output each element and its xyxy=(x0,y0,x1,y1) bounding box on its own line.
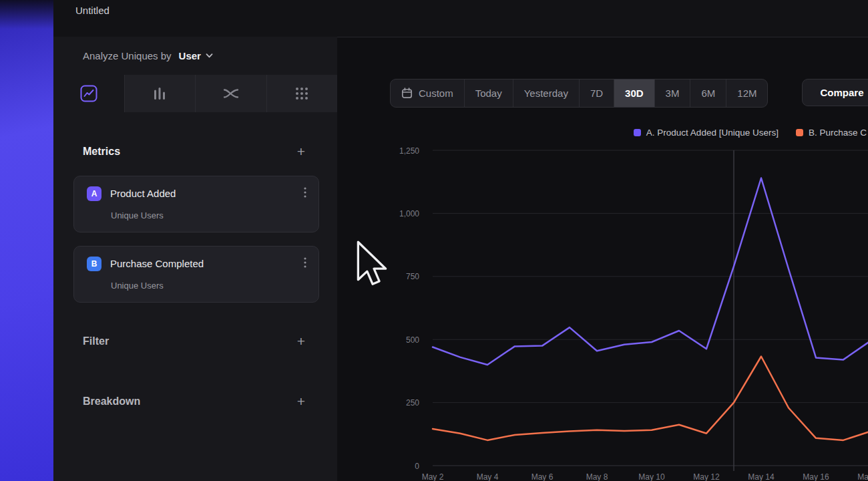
metric-badge-b: B xyxy=(87,257,101,271)
app-window: Untitled Analyze Uniques by User xyxy=(53,0,868,481)
metrics-heading: Metrics xyxy=(83,146,120,158)
y-tick-label: 1,000 xyxy=(399,209,419,218)
filter-section-header: Filter + xyxy=(53,334,337,349)
screen: Untitled Analyze Uniques by User xyxy=(0,0,868,481)
chart-svg[interactable]: 02505007501,0001,250May 2May 4May 6May 8… xyxy=(337,141,868,481)
range-label: Custom xyxy=(419,88,453,99)
x-tick-label: May 8 xyxy=(586,472,608,481)
metric-subtitle-b[interactable]: Unique Users xyxy=(74,281,318,291)
metric-title-b: Purchase Completed xyxy=(110,258,204,269)
metric-subtitle-a[interactable]: Unique Users xyxy=(74,210,318,220)
tab-bar-chart[interactable] xyxy=(125,75,196,112)
breakdown-heading: Breakdown xyxy=(83,395,140,408)
range-label: 3M xyxy=(666,88,680,99)
metric-options-button-a[interactable] xyxy=(301,186,309,201)
line-chart-icon xyxy=(80,85,97,102)
range-7d-button[interactable]: 7D xyxy=(580,79,614,107)
flow-icon xyxy=(223,87,239,100)
tab-line-chart[interactable] xyxy=(53,75,125,112)
kebab-icon xyxy=(304,257,306,268)
filter-heading: Filter xyxy=(83,335,109,347)
range-label: Yesterday xyxy=(524,88,568,99)
breakdown-section-header: Breakdown + xyxy=(53,394,337,409)
legend-swatch-a xyxy=(634,129,641,136)
query-sidebar: Analyze Uniques by User xyxy=(53,37,337,481)
series-line xyxy=(433,357,868,440)
metric-card-row: B Purchase Completed xyxy=(74,247,318,271)
date-range-selector: Custom Today Yesterday 7D 30D 3M 6M 12M xyxy=(390,79,768,108)
bar-chart-icon xyxy=(152,86,167,101)
x-tick-label: May 16 xyxy=(803,472,829,481)
y-tick-label: 750 xyxy=(406,272,419,281)
range-12m-button[interactable]: 12M xyxy=(726,79,767,107)
metric-options-button-b[interactable] xyxy=(301,256,309,271)
x-tick-label: May 10 xyxy=(638,472,665,481)
x-tick-label: May 4 xyxy=(477,472,499,481)
legend-swatch-b xyxy=(796,129,803,136)
analyze-by-dropdown[interactable]: User xyxy=(178,47,214,64)
analyze-by-row: Analyze Uniques by User xyxy=(53,37,337,75)
report-title[interactable]: Untitled xyxy=(75,5,110,16)
range-label: 6M xyxy=(701,88,715,99)
kebab-icon xyxy=(304,187,306,198)
range-custom-button[interactable]: Custom xyxy=(391,79,465,107)
analyze-by-label: Analyze Uniques by xyxy=(83,50,172,61)
range-6m-button[interactable]: 6M xyxy=(690,79,726,107)
metric-card-row: A Product Added xyxy=(74,176,318,201)
range-label: Today xyxy=(475,88,502,99)
legend-label-b: B. Purchase C xyxy=(809,128,867,138)
tab-retention-grid[interactable] xyxy=(267,75,338,112)
background-gradient-strip xyxy=(0,0,53,481)
series-line xyxy=(433,178,868,365)
x-tick-label: May 18 xyxy=(857,472,868,481)
view-type-tabs xyxy=(53,75,337,112)
legend-label-a: A. Product Added [Unique Users] xyxy=(646,128,779,138)
calendar-icon xyxy=(401,88,413,99)
metric-card-a[interactable]: A Product Added Unique Users xyxy=(73,176,319,232)
legend-item-a[interactable]: A. Product Added [Unique Users] xyxy=(634,128,779,138)
y-tick-label: 0 xyxy=(415,462,419,471)
metrics-section-header: Metrics + xyxy=(53,144,337,159)
x-tick-label: May 14 xyxy=(748,472,775,481)
x-tick-label: May 2 xyxy=(422,472,444,481)
analyze-by-value: User xyxy=(179,50,201,61)
y-tick-label: 250 xyxy=(406,398,419,408)
chevron-down-icon xyxy=(206,53,213,58)
range-label: 30D xyxy=(625,88,644,99)
metric-card-b[interactable]: B Purchase Completed Unique Users xyxy=(73,246,319,303)
compare-button[interactable]: Compare xyxy=(802,79,868,106)
add-filter-button[interactable]: + xyxy=(297,335,305,348)
metric-badge-a: A xyxy=(87,186,101,201)
add-breakdown-button[interactable]: + xyxy=(297,395,305,408)
top-bar: Untitled xyxy=(53,0,868,37)
chart-panel: Custom Today Yesterday 7D 30D 3M 6M 12M … xyxy=(337,37,868,481)
range-yesterday-button[interactable]: Yesterday xyxy=(513,79,580,107)
range-label: 7D xyxy=(590,88,603,99)
legend-item-b[interactable]: B. Purchase C xyxy=(796,128,867,138)
tab-flow[interactable] xyxy=(196,75,267,112)
y-tick-label: 1,250 xyxy=(399,146,419,156)
range-label: 12M xyxy=(737,88,756,99)
y-tick-label: 500 xyxy=(406,335,419,345)
range-3m-button[interactable]: 3M xyxy=(655,79,691,107)
retention-grid-icon xyxy=(294,86,309,101)
metric-title-a: Product Added xyxy=(110,188,176,199)
x-tick-label: May 6 xyxy=(531,472,554,481)
range-30d-button[interactable]: 30D xyxy=(614,79,655,107)
range-today-button[interactable]: Today xyxy=(465,79,513,107)
add-metric-button[interactable]: + xyxy=(297,145,305,158)
chart-legend: A. Product Added [Unique Users] B. Purch… xyxy=(634,128,867,138)
x-tick-label: May 12 xyxy=(693,472,720,481)
